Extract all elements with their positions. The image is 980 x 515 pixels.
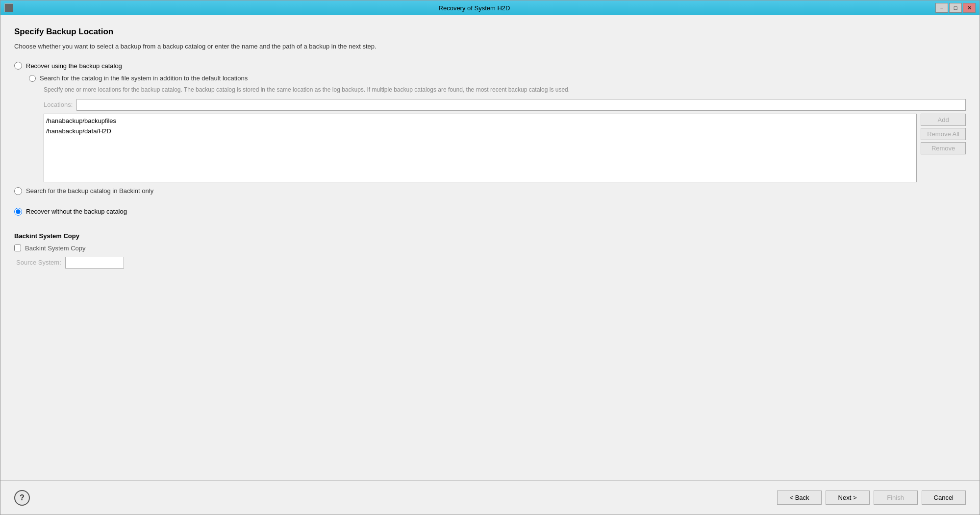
footer-left: ? <box>14 490 30 506</box>
window-controls: − □ ✕ <box>935 3 976 13</box>
backint-checkbox[interactable] <box>14 245 21 251</box>
title-bar: Recovery of System H2D − □ ✕ <box>0 0 980 15</box>
search-filesystem-radio[interactable] <box>29 75 36 82</box>
page-description: Choose whether you want to select a back… <box>14 43 966 50</box>
locations-row: Locations: <box>44 99 966 111</box>
recover-without-catalog-option[interactable]: Recover without the backup catalog <box>14 208 966 216</box>
locations-input[interactable] <box>76 99 966 111</box>
recover-without-catalog-label: Recover without the backup catalog <box>26 208 127 215</box>
recover-catalog-section: Recover using the backup catalog Search … <box>14 62 966 200</box>
search-filesystem-option[interactable]: Search for the catalog in the file syste… <box>29 74 966 82</box>
remove-button[interactable]: Remove <box>921 142 966 154</box>
source-system-input[interactable] <box>65 257 124 269</box>
backint-section-title: Backint System Copy <box>14 232 966 240</box>
backint-section: Backint System Copy Backint System Copy … <box>14 232 966 269</box>
source-system-row: Source System: <box>16 257 966 269</box>
list-item: /hanabackup/backupfiles <box>46 116 914 126</box>
search-backint-radio[interactable] <box>14 187 22 195</box>
locations-label: Locations: <box>44 101 73 108</box>
search-backint-option[interactable]: Search for the backup catalog in Backint… <box>14 187 966 195</box>
sub-section-filesystem: Search for the catalog in the file syste… <box>29 74 966 182</box>
finish-button[interactable]: Finish <box>874 490 918 505</box>
catalog-hint: Specify one or more locations for the ba… <box>44 86 966 94</box>
next-button[interactable]: Next > <box>826 490 870 505</box>
backint-checkbox-label: Backint System Copy <box>25 245 86 252</box>
main-window: Recovery of System H2D − □ ✕ Specify Bac… <box>0 0 980 515</box>
search-filesystem-label: Search for the catalog in the file syste… <box>40 74 248 82</box>
window-title: Recovery of System H2D <box>13 4 935 12</box>
minimize-button[interactable]: − <box>935 3 948 13</box>
source-system-label: Source System: <box>16 259 61 266</box>
restore-button[interactable]: □ <box>949 3 962 13</box>
page-title: Specify Backup Location <box>14 27 966 37</box>
recover-catalog-option[interactable]: Recover using the backup catalog <box>14 62 966 70</box>
help-button[interactable]: ? <box>14 490 30 506</box>
footer: ? < Back Next > Finish Cancel <box>0 480 980 515</box>
recover-catalog-label: Recover using the backup catalog <box>26 62 122 70</box>
list-item: /hanabackup/data/H2D <box>46 126 914 137</box>
backint-checkbox-row: Backint System Copy <box>14 245 966 252</box>
recover-without-catalog-radio[interactable] <box>14 208 22 216</box>
locations-list[interactable]: /hanabackup/backupfiles /hanabackup/data… <box>44 114 917 182</box>
close-button[interactable]: ✕ <box>963 3 976 13</box>
back-button[interactable]: < Back <box>777 490 821 505</box>
remove-all-button[interactable]: Remove All <box>921 128 966 140</box>
recover-without-catalog-section: Recover without the backup catalog <box>14 208 966 221</box>
content-area: Specify Backup Location Choose whether y… <box>0 15 980 480</box>
cancel-button[interactable]: Cancel <box>922 490 966 505</box>
locations-list-row: /hanabackup/backupfiles /hanabackup/data… <box>44 114 966 182</box>
add-button[interactable]: Add <box>921 114 966 126</box>
locations-buttons: Add Remove All Remove <box>921 114 966 182</box>
app-icon <box>4 3 13 12</box>
footer-right: < Back Next > Finish Cancel <box>777 490 966 505</box>
search-backint-label: Search for the backup catalog in Backint… <box>26 187 153 195</box>
recover-catalog-radio[interactable] <box>14 62 22 70</box>
